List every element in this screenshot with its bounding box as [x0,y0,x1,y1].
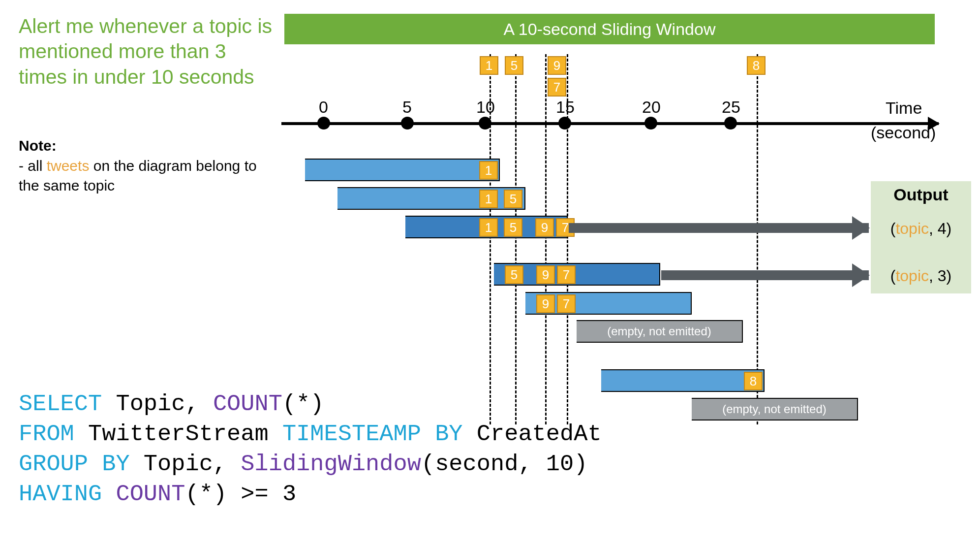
sql-group-topic: Topic, [130,451,241,477]
window-bar: 597 [494,263,660,286]
sql-query: SELECT Topic, COUNT(*) FROM TwitterStrea… [19,389,602,509]
window-bar: 15 [337,187,525,210]
sql-select: SELECT [19,391,102,417]
guide-line [515,54,517,424]
axis-tick [317,117,330,129]
event-chip: 5 [504,218,522,237]
axis-tick [644,117,657,129]
axis-tick-label: 20 [642,97,661,117]
sql-timestamp-by: TIMESTEAMP BY [282,421,463,447]
window-bar: 1 [305,159,500,181]
event-chip: 7 [557,265,576,284]
window-bar: 97 [525,292,692,315]
output-row: (topic, 3) [871,267,971,285]
note-heading: Note [19,137,52,154]
sql-from-tbl: TwitterStream [74,421,282,447]
event-chip: 9 [535,218,554,237]
window-bar-empty: (empty, not emitted) [577,320,743,343]
time-axis [281,122,939,125]
event-chip: 7 [557,294,576,313]
axis-tick [558,117,571,129]
event-chip: 5 [505,265,523,284]
output-row: (topic, 4) [871,220,971,238]
sql-count-arg: (*) [282,391,324,417]
output-arrow [661,270,869,280]
note-block: Note: - all tweets on the diagram belong… [19,136,275,196]
axis-tick [401,117,414,129]
window-bar-empty: (empty, not emitted) [692,398,858,421]
sql-slidingwindow-fn: SlidingWindow [241,451,421,477]
event-marker: 7 [548,78,566,97]
event-chip: 1 [479,190,498,208]
event-chip: 9 [536,265,555,284]
sql-having-tail: (*) >= 3 [185,481,296,507]
axis-tick [479,117,491,129]
event-chip: 5 [504,190,522,208]
event-marker: 5 [505,56,523,75]
event-marker: 9 [548,56,566,75]
axis-tick-label: 0 [319,97,328,117]
axis-tick-label: 25 [722,97,740,117]
lead-text: Alert me whenever a topic is mentioned m… [19,14,275,90]
sql-select-topic: Topic, [102,391,213,417]
sql-ts-col: CreatedAt [463,421,602,447]
window-bar: 8 [601,369,765,392]
event-marker: 8 [747,56,766,75]
sql-count-fn: COUNT [213,391,282,417]
event-marker: 1 [480,56,498,75]
sql-from: FROM [19,421,74,447]
event-chip: 1 [479,161,498,180]
sql-sw-args: (second, 10) [421,451,587,477]
window-bar: 1597 [405,216,568,238]
guide-line [545,54,547,424]
output-panel: Output (topic, 4)(topic, 3) [871,181,971,293]
event-chip: 1 [479,218,498,237]
output-arrow [569,223,869,233]
sql-group-by: GROUP BY [19,451,130,477]
event-chip: 8 [744,372,763,390]
event-chip: 9 [536,294,555,313]
axis-tick-label: 15 [556,97,575,117]
note-tweets-word: tweets [47,158,90,174]
axis-tick-label: 5 [402,97,412,117]
output-title: Output [871,185,971,204]
sql-having-count-fn: COUNT [116,481,185,507]
note-pre: - all [19,158,47,174]
sql-having: HAVING [19,481,102,507]
window-header-bar: A 10-second Sliding Window [284,14,935,44]
axis-label-second: (second) [871,123,936,142]
axis-tick-label: 10 [476,97,495,117]
axis-tick [724,117,737,129]
axis-label-time: Time [886,98,922,118]
